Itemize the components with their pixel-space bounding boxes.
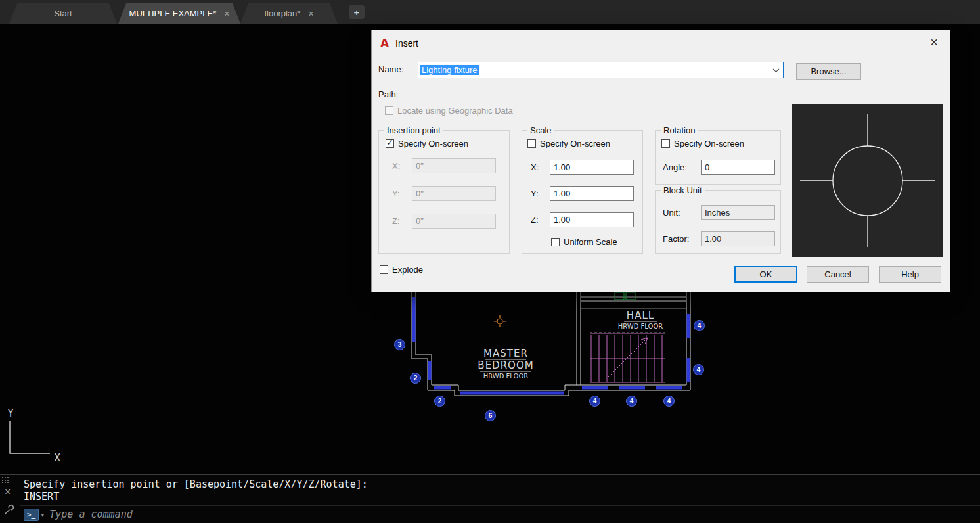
block-unit-group: Block Unit Unit: Factor: [655, 190, 781, 254]
master-label-2: BEDROOM [478, 359, 533, 371]
tab-multiple-example[interactable]: MULTIPLE EXAMPLE* × [118, 3, 240, 24]
insertion-point-group: Insertion point ✓ Specify On-screen X: Y… [378, 130, 510, 254]
factor-value [701, 231, 775, 246]
angle-input[interactable] [701, 160, 775, 175]
block-name-value: Lighting fixture [420, 65, 479, 75]
insertion-blip [494, 315, 506, 327]
window-tag[interactable]: 2 [410, 373, 421, 384]
hall-label: HALL [627, 309, 654, 321]
uniform-scale-checkbox[interactable]: Uniform Scale [551, 237, 617, 247]
block-preview [792, 104, 943, 257]
checkbox-icon [380, 265, 388, 274]
drag-grip-icon[interactable] [1, 476, 10, 483]
insert-dialog: A Insert × Name: Lighting fixture Browse… [371, 30, 950, 292]
unit-value [701, 205, 775, 220]
green-fixture [615, 292, 635, 300]
geographic-data-checkbox: Locate using Geographic Data [385, 106, 513, 116]
ucs-icon: Y X [7, 407, 60, 464]
combo-dropdown-icon[interactable] [768, 62, 783, 78]
browse-button[interactable]: Browse... [796, 63, 861, 80]
insertion-specify-checkbox[interactable]: ✓ Specify On-screen [386, 139, 468, 148]
stairs [590, 334, 665, 382]
group-title: Scale [527, 125, 554, 135]
insertion-y-label: Y: [392, 189, 400, 198]
scale-group: Scale Specify On-screen X: Y: Z: Uniform… [522, 130, 643, 254]
customize-wrench-icon[interactable] [3, 504, 14, 518]
insertion-x-label: X: [392, 161, 400, 171]
insertion-x-input [412, 158, 496, 173]
checkbox-checked-icon: ✓ [386, 139, 394, 148]
block-name-combobox[interactable]: Lighting fixture [418, 62, 784, 78]
checkbox-icon [527, 139, 536, 148]
tab-start[interactable]: Start [9, 3, 117, 24]
scale-x-label: X: [531, 162, 539, 172]
command-history: Specify insertion point or [Basepoint/Sc… [20, 475, 980, 523]
lighting-fixture-symbol [792, 104, 943, 257]
command-prompt-icon[interactable]: >_ [24, 509, 39, 521]
angle-label: Angle: [663, 162, 687, 172]
svg-text:Y: Y [7, 407, 14, 419]
master-label-1: MASTER [483, 348, 528, 359]
unit-label: Unit: [663, 208, 680, 217]
window-tag[interactable]: 4 [663, 396, 675, 407]
file-tab-bar: Start MULTIPLE EXAMPLE* × floorplan* × + [0, 0, 980, 24]
explode-checkbox[interactable]: Explode [380, 265, 423, 275]
insertion-z-input [412, 214, 496, 229]
checkbox-icon [661, 139, 670, 148]
insertion-y-input [412, 186, 496, 201]
scale-z-label: Z: [531, 215, 539, 225]
close-command-icon[interactable]: × [5, 487, 11, 497]
command-history-line: INSERT [24, 491, 59, 503]
group-title: Block Unit [661, 185, 705, 195]
close-icon[interactable]: × [224, 9, 229, 18]
tab-floorplan[interactable]: floorplan* × [240, 3, 338, 24]
new-tab-button[interactable]: + [349, 5, 365, 19]
window-tag[interactable]: 4 [694, 320, 705, 331]
dialog-title: Insert [395, 38, 418, 49]
close-icon[interactable]: × [927, 34, 941, 50]
autocad-logo-icon: A [380, 37, 389, 50]
scale-x-input[interactable] [550, 160, 634, 175]
svg-text:X: X [54, 452, 60, 464]
room-labels: HALL HRWD FLOOR MASTER BEDROOM HRWD FLOO… [478, 309, 663, 380]
cancel-button[interactable]: Cancel [807, 266, 869, 283]
close-icon[interactable]: × [308, 9, 313, 18]
command-input[interactable] [49, 509, 980, 520]
checkbox-icon [551, 238, 560, 246]
hall-floor-label: HRWD FLOOR [618, 323, 663, 330]
group-title: Rotation [661, 125, 698, 135]
window-tag[interactable]: 4 [693, 364, 704, 375]
command-prompt-line: Specify insertion point or [Basepoint/Sc… [24, 478, 368, 490]
factor-label: Factor: [663, 234, 689, 244]
rotation-group: Rotation Specify On-screen Angle: [655, 130, 781, 185]
command-input-row: >_ ▾ [20, 505, 980, 523]
scale-y-input[interactable] [550, 186, 634, 201]
window-tag[interactable]: 6 [485, 410, 496, 421]
insertion-z-label: Z: [392, 216, 400, 226]
window-tag[interactable]: 2 [434, 396, 445, 407]
wall-lines [412, 292, 690, 396]
path-label: Path: [378, 89, 398, 99]
command-line-panel: × Specify insertion point or [Basepoint/… [0, 474, 980, 523]
scale-y-label: Y: [531, 189, 539, 198]
command-left-strip: × [0, 475, 20, 523]
tab-label: Start [54, 9, 72, 18]
tab-label: MULTIPLE EXAMPLE* [129, 9, 217, 18]
recent-commands-icon[interactable]: ▾ [41, 511, 44, 518]
ok-button[interactable]: OK [734, 266, 797, 283]
window-tag[interactable]: 3 [394, 339, 405, 350]
group-title: Insertion point [384, 125, 443, 135]
checkbox-icon [385, 106, 393, 115]
window-tag[interactable]: 4 [589, 396, 600, 407]
help-button[interactable]: Help [879, 266, 941, 283]
window-tag[interactable]: 4 [626, 396, 637, 407]
name-label: Name: [378, 64, 403, 74]
scale-z-input[interactable] [550, 212, 634, 227]
scale-specify-checkbox[interactable]: Specify On-screen [527, 139, 610, 148]
tab-label: floorplan* [264, 9, 300, 18]
master-floor-label: HRWD FLOOR [483, 373, 529, 380]
rotation-specify-checkbox[interactable]: Specify On-screen [661, 139, 744, 148]
